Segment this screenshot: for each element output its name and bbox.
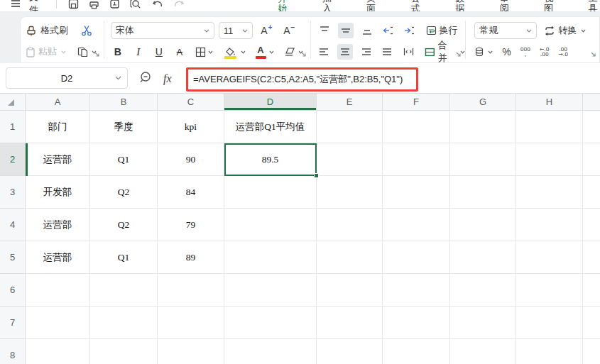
comma-style-button[interactable]: 000, xyxy=(520,47,530,57)
align-middle-button[interactable] xyxy=(338,23,354,38)
cell-E2[interactable] xyxy=(317,143,383,176)
row-header-6[interactable]: 6 xyxy=(0,274,26,307)
cell-F6[interactable] xyxy=(383,274,450,307)
cell-F1[interactable] xyxy=(383,111,450,143)
cell-A6[interactable] xyxy=(26,274,90,307)
column-header-E[interactable]: E xyxy=(317,94,383,111)
cell-D2[interactable]: 89.5 xyxy=(224,143,317,176)
align-left-button[interactable] xyxy=(317,44,332,60)
name-box[interactable]: D2 xyxy=(6,67,128,89)
format-painter-button[interactable]: 格式刷 xyxy=(26,24,75,37)
cell-G3[interactable] xyxy=(450,176,516,209)
cell-D1[interactable]: 运营部Q1平均值 xyxy=(224,111,317,143)
cell-D4[interactable] xyxy=(224,209,317,241)
cell-G1[interactable] xyxy=(450,111,516,143)
export-icon[interactable] xyxy=(109,0,120,9)
font-color-button[interactable]: A xyxy=(253,44,276,60)
cell-B1[interactable]: 季度 xyxy=(90,111,158,143)
cell-I7[interactable] xyxy=(583,307,600,339)
decrease-indent-button[interactable] xyxy=(381,23,396,38)
tab-公式[interactable]: 公式 xyxy=(410,0,422,12)
tab-审阅[interactable]: 审阅 xyxy=(498,0,511,12)
cell-E6[interactable] xyxy=(317,274,383,307)
cell-G5[interactable] xyxy=(450,241,516,274)
cell-E3[interactable] xyxy=(317,176,383,209)
increase-font-button[interactable]: A+ xyxy=(257,23,276,38)
paste-button[interactable]: 粘贴 xyxy=(26,45,66,58)
cell-I8[interactable] xyxy=(583,339,600,364)
tab-插入[interactable]: 插入 xyxy=(321,0,334,12)
cell-F5[interactable] xyxy=(383,241,450,274)
zoom-out-icon[interactable] xyxy=(139,71,152,86)
italic-button[interactable]: I xyxy=(131,44,146,60)
cell-C8[interactable] xyxy=(158,339,224,364)
borders-button[interactable] xyxy=(193,44,216,60)
convert-button[interactable]: 转换 xyxy=(544,24,586,37)
cell-D7[interactable] xyxy=(224,307,317,339)
cell-I1[interactable] xyxy=(583,111,600,143)
cell-D3[interactable] xyxy=(224,176,317,209)
column-header-C[interactable]: C xyxy=(158,94,224,111)
cut-button[interactable] xyxy=(78,23,95,38)
currency-button[interactable] xyxy=(474,47,493,57)
decrease-font-button[interactable]: A− xyxy=(280,23,298,38)
cell-I5[interactable] xyxy=(583,241,600,274)
cell-A8[interactable] xyxy=(26,339,90,364)
increase-decimal-button[interactable]: .00→.0 xyxy=(558,47,567,57)
column-header-G[interactable]: G xyxy=(450,94,516,111)
strikethrough-button[interactable]: A xyxy=(173,44,187,60)
column-header-partial[interactable] xyxy=(583,94,600,111)
cell-B6[interactable] xyxy=(90,274,158,307)
font-dialog-launcher[interactable] xyxy=(301,48,307,60)
cell-I4[interactable] xyxy=(583,209,600,241)
cell-D6[interactable] xyxy=(224,274,317,307)
row-header-2[interactable]: 2 xyxy=(0,143,26,176)
cell-C3[interactable]: 84 xyxy=(158,176,224,209)
cell-D8[interactable] xyxy=(224,339,317,364)
cell-G6[interactable] xyxy=(450,274,516,307)
cell-C5[interactable]: 89 xyxy=(158,241,224,274)
align-bottom-button[interactable] xyxy=(359,23,375,38)
cell-I3[interactable] xyxy=(583,176,600,209)
percent-style-button[interactable]: % xyxy=(502,46,511,57)
alignment-dialog-launcher[interactable] xyxy=(456,48,462,60)
cell-F2[interactable] xyxy=(383,143,450,176)
cell-A7[interactable] xyxy=(26,307,90,339)
row-header-7[interactable]: 7 xyxy=(0,307,26,339)
cell-A4[interactable]: 运营部 xyxy=(26,209,90,241)
hamburger-icon[interactable] xyxy=(11,0,21,8)
select-all-button[interactable] xyxy=(0,94,26,111)
justify-button[interactable] xyxy=(380,44,396,60)
cell-B5[interactable]: Q1 xyxy=(90,241,158,274)
cell-G4[interactable] xyxy=(450,209,516,241)
number-format-select[interactable]: 常规 xyxy=(474,22,537,39)
cell-C2[interactable]: 90 xyxy=(158,143,224,176)
print-icon[interactable] xyxy=(89,0,99,9)
column-header-A[interactable]: A xyxy=(26,94,90,111)
cell-H4[interactable] xyxy=(516,209,583,241)
cell-B7[interactable] xyxy=(90,307,158,339)
cell-E7[interactable] xyxy=(317,307,383,339)
cell-A5[interactable]: 运营部 xyxy=(26,241,90,274)
align-top-button[interactable] xyxy=(317,23,332,38)
underline-button[interactable]: U xyxy=(152,44,166,60)
row-header-4[interactable]: 4 xyxy=(0,209,26,241)
column-header-B[interactable]: B xyxy=(90,94,158,111)
save-icon[interactable] xyxy=(68,0,79,9)
tab-视图[interactable]: 视图 xyxy=(542,0,555,12)
cell-H7[interactable] xyxy=(516,307,583,339)
print-preview-icon[interactable] xyxy=(130,0,142,9)
cell-F8[interactable] xyxy=(383,339,450,364)
cell-H2[interactable] xyxy=(516,143,583,176)
row-header-1[interactable]: 1 xyxy=(0,111,26,143)
align-right-button[interactable] xyxy=(359,44,374,60)
row-header-3[interactable]: 3 xyxy=(0,176,26,209)
cell-F4[interactable] xyxy=(383,209,450,241)
cell-E5[interactable] xyxy=(317,241,383,274)
cell-A1[interactable]: 部门 xyxy=(26,111,90,143)
column-header-F[interactable]: F xyxy=(383,94,450,111)
cell-B4[interactable]: Q2 xyxy=(90,209,158,241)
align-center-button[interactable] xyxy=(337,44,353,60)
column-header-D[interactable]: D xyxy=(224,94,317,111)
fill-color-button[interactable] xyxy=(222,44,246,60)
